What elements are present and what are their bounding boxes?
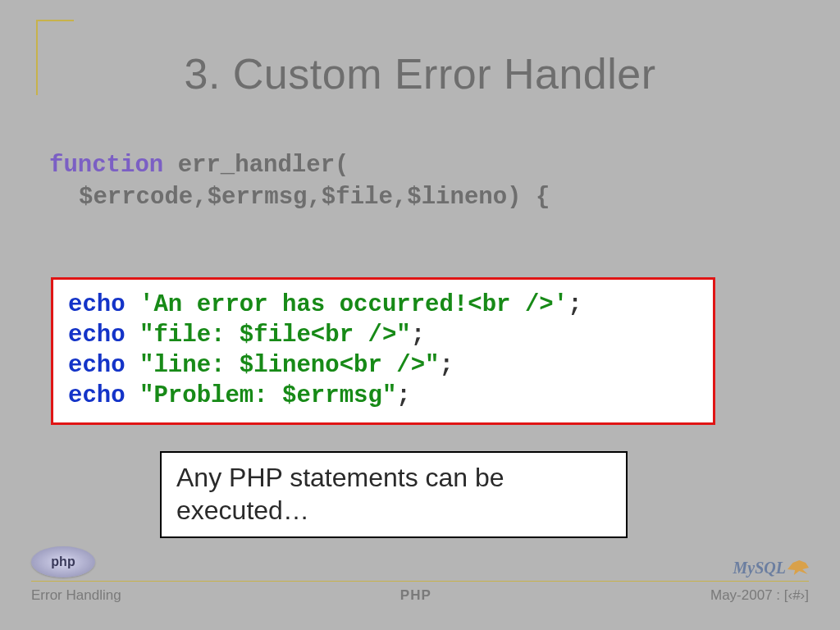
code-line-fn: function err_handler( [49,149,550,181]
logo-row: php MySQL [31,548,809,581]
echo-line: echo "Problem: $errmsg"; [68,381,698,411]
highlighted-code-box: echo 'An error has occurred!<br />'; ech… [51,277,715,425]
slide-title: 3. Custom Error Handler [0,49,840,98]
echo-line: echo "line: $lineno<br />"; [68,350,698,381]
footer-mid: PHP [400,587,431,604]
annotation-callout: Any PHP statements can be executed… [160,451,628,538]
mysql-logo: MySQL [733,559,809,578]
dolphin-icon [788,559,809,576]
footer-divider [31,581,809,582]
fn-name: err_handler( [163,152,349,179]
php-logo: php [31,546,95,578]
mysql-logo-text: MySQL [733,559,786,577]
slide-footer: Error Handling PHP May-2007 : [‹#›] [31,587,809,604]
footer-left: Error Handling [31,587,121,604]
keyword-function: function [49,152,163,179]
echo-line: echo 'An error has occurred!<br />'; [68,290,698,320]
echo-line: echo "file: $file<br />"; [68,320,698,350]
code-line-params: $errcode,$errmsg,$file,$lineno) { [49,181,550,213]
fn-params: $errcode,$errmsg,$file,$lineno) { [79,184,550,211]
footer-right: May-2007 : [‹#›] [710,587,809,604]
